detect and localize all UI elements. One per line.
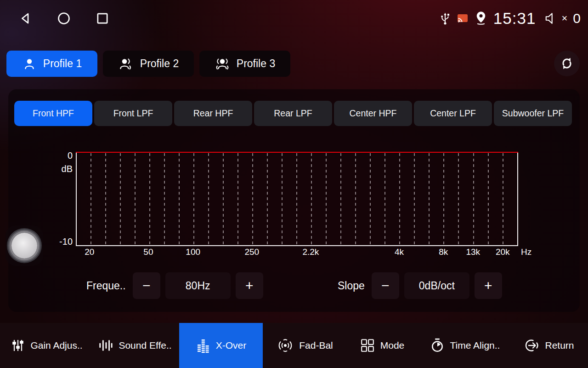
response-curve: [76, 152, 518, 153]
gridline: [223, 153, 224, 244]
gridline: [149, 153, 150, 244]
knob-icon: [11, 233, 37, 259]
slope-minus-button[interactable]: −: [372, 272, 399, 299]
nav-x-over[interactable]: X-Over: [179, 323, 263, 368]
profile-1-button[interactable]: Profile 1: [6, 51, 97, 77]
nav-label: Sound Effe..: [119, 340, 171, 351]
cast-icon: [457, 13, 469, 23]
gridline: [488, 153, 489, 244]
x-tick-label: 8k: [439, 247, 448, 257]
volume-muted-icon[interactable]: [544, 12, 558, 25]
tab-label: Center HPF: [350, 108, 397, 119]
refresh-icon: [560, 56, 574, 71]
location-icon: [474, 11, 488, 26]
tab-center-lpf[interactable]: Center LPF: [414, 101, 492, 126]
gridline: [267, 153, 268, 244]
gridline: [384, 153, 385, 244]
tab-center-hpf[interactable]: Center HPF: [334, 101, 412, 126]
gridline: [414, 153, 415, 244]
gridline: [208, 153, 209, 244]
gridline: [429, 153, 430, 244]
nav-fad-bal[interactable]: Fad-Bal: [266, 323, 345, 368]
tab-front-hpf[interactable]: Front HPF: [14, 101, 92, 126]
gridline: [326, 153, 327, 244]
x-axis-labels: 20501002502.2k4k8k13k20k: [76, 247, 518, 259]
y-axis-label-minus10db: -10: [52, 236, 73, 247]
user-switch-icon: [118, 57, 134, 71]
plot-area: [76, 152, 518, 246]
gridline: [370, 153, 371, 244]
frequency-label: Freque..: [86, 280, 126, 292]
gridline: [340, 153, 341, 244]
refresh-button[interactable]: [554, 51, 580, 76]
gridline: [120, 153, 121, 244]
profile-3-button[interactable]: Profile 3: [199, 51, 290, 77]
gridline: [458, 153, 459, 244]
frequency-plus-button[interactable]: +: [236, 272, 263, 299]
gridline: [164, 153, 165, 244]
gridline: [237, 153, 238, 244]
status-bar: 15:31 × 0: [0, 0, 588, 37]
status-icons: 15:31 × 0: [439, 0, 581, 37]
frequency-value: 80Hz: [165, 272, 231, 299]
bottom-nav-bar: Gain Adjus.. Sound Effe..: [0, 323, 588, 368]
tab-rear-lpf[interactable]: Rear LPF: [254, 101, 332, 126]
tab-label: Subwoofer LPF: [502, 108, 564, 119]
recents-icon[interactable]: [95, 11, 110, 26]
x-tick-label: 100: [186, 247, 200, 257]
tab-front-lpf[interactable]: Front LPF: [94, 101, 172, 126]
slope-label: Slope: [338, 280, 365, 292]
nav-label: X-Over: [216, 340, 247, 351]
stopwatch-icon: [430, 338, 445, 353]
x-tick-label: 4k: [395, 247, 404, 257]
x-tick-label: 20: [85, 247, 94, 257]
user-icon: [22, 57, 37, 71]
gridline: [399, 153, 400, 244]
gridline: [473, 153, 474, 244]
volume-level: 0: [573, 11, 581, 26]
nav-label: Return: [545, 340, 574, 351]
slope-control: Slope − 0dB/oct +: [338, 272, 502, 299]
home-icon[interactable]: [56, 11, 72, 26]
nav-sound-effect[interactable]: Sound Effe..: [94, 323, 176, 368]
grid-squares-icon: [360, 338, 375, 353]
gridline: [105, 153, 106, 244]
tab-label: Rear LPF: [274, 108, 312, 119]
gridline: [252, 153, 253, 244]
back-icon[interactable]: [17, 11, 33, 26]
user-group-icon: [215, 57, 230, 71]
nav-return[interactable]: Return: [513, 323, 585, 368]
floating-assist-button[interactable]: [6, 225, 43, 266]
speaker-waves-icon: [277, 338, 294, 353]
gridline: [355, 153, 356, 244]
profile-label: Profile 3: [237, 58, 275, 70]
nav-label: Time Align..: [450, 340, 500, 351]
frequency-minus-button[interactable]: −: [133, 272, 160, 299]
gridline: [90, 153, 91, 244]
volume-mute-x: ×: [561, 12, 567, 24]
slope-plus-button[interactable]: +: [475, 272, 502, 299]
nav-mode[interactable]: Mode: [347, 323, 417, 368]
tab-rear-hpf[interactable]: Rear HPF: [174, 101, 252, 126]
tab-subwoofer-lpf[interactable]: Subwoofer LPF: [494, 101, 572, 126]
gridline: [503, 153, 503, 244]
usb-icon: [439, 12, 451, 25]
x-axis-unit: Hz: [521, 247, 531, 257]
gridline: [193, 153, 194, 244]
nav-label: Fad-Bal: [299, 340, 333, 351]
controls-row: Freque.. − 80Hz + Slope − 0dB/oct +: [0, 272, 588, 299]
gain-sliders-icon: [11, 339, 25, 352]
screen: 15:31 × 0 Profile 1: [0, 0, 588, 368]
slope-value: 0dB/oct: [404, 272, 469, 299]
x-tick-label: 250: [244, 247, 259, 257]
profile-2-button[interactable]: Profile 2: [103, 51, 194, 77]
nav-time-alignment[interactable]: Time Align..: [420, 323, 510, 368]
x-tick-label: 20k: [496, 247, 510, 257]
tab-label: Front LPF: [113, 108, 153, 119]
clock: 15:31: [493, 9, 536, 28]
x-tick-label: 13k: [466, 247, 480, 257]
profile-label: Profile 1: [43, 58, 82, 70]
equalizer-icon: [196, 338, 210, 353]
gridline: [179, 153, 180, 244]
nav-gain-adjust[interactable]: Gain Adjus..: [3, 323, 91, 368]
